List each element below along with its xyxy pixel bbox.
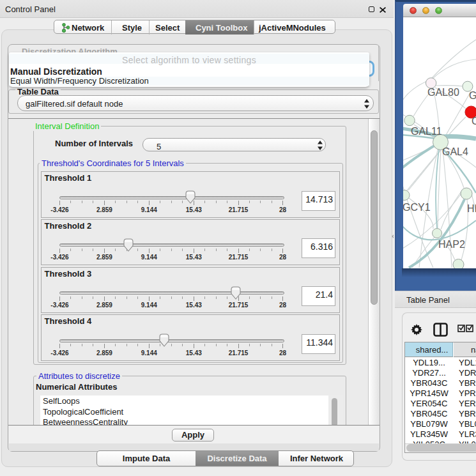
svg-text:HAP2: HAP2 <box>438 239 465 250</box>
svg-text:GAL11: GAL11 <box>411 126 442 137</box>
svg-text:GAL4: GAL4 <box>442 146 468 157</box>
svg-text:GAL80: GAL80 <box>427 87 459 98</box>
svg-text:GCY1: GCY1 <box>403 202 431 213</box>
svg-text:GA: GA <box>469 90 476 101</box>
svg-text:HI: HI <box>467 203 476 214</box>
svg-text:C: C <box>472 116 476 127</box>
